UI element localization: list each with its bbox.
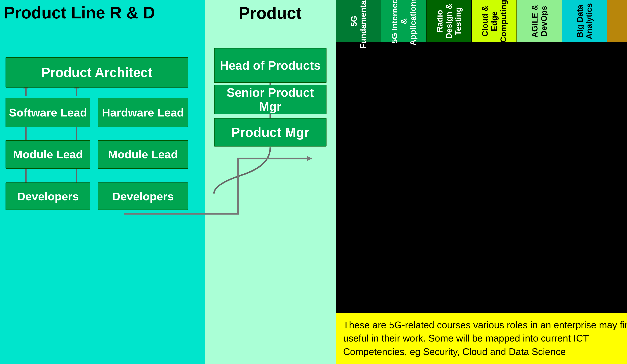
svg-marker-16 <box>307 156 312 161</box>
module-lead-left-box: Module Lead <box>5 140 90 169</box>
main-container: Product Line R & D <box>0 0 627 364</box>
module-lead-right-box: Module Lead <box>98 140 188 169</box>
col-header-bigdata: Big Data Analytics <box>562 0 607 42</box>
note-box: These are 5G-related courses various rol… <box>336 313 627 364</box>
product-title: Product <box>209 4 332 23</box>
headers-row: 5G Fundamentals 5G Interned & Applicatio… <box>336 0 627 42</box>
product-line-section: Product Line R & D <box>0 0 205 364</box>
right-section: 5G Fundamentals 5G Interned & Applicatio… <box>336 0 627 364</box>
col-header-5g-internet: 5G Interned & Applications <box>381 0 426 42</box>
developers-right-box: Developers <box>98 182 188 210</box>
product-mgr-box: Product Mgr <box>214 118 326 146</box>
product-section: Product Head of Products Senior Product … <box>205 0 336 364</box>
hardware-lead-box: Hardware Lead <box>98 98 188 127</box>
col-header-agile: AGILE & DevOps <box>517 0 562 42</box>
content-area: These are 5G-related courses various rol… <box>336 42 627 364</box>
col-header-5g-fund: 5G Fundamentals <box>336 0 381 42</box>
product-architect-box: Product Architect <box>5 57 188 88</box>
col-header-radio: Radio Design & Testing <box>426 0 471 42</box>
col-header-cloud: Cloud & Edge Computing <box>471 0 517 42</box>
developers-left-box: Developers <box>5 182 90 210</box>
head-of-products-box: Head of Products <box>214 48 326 83</box>
empty-grid-area <box>336 42 627 313</box>
col-header-cyber: CyberSecurity <box>607 0 627 42</box>
product-line-title: Product Line R & D <box>4 4 201 22</box>
senior-product-mgr-box: Senior Product Mgr <box>214 85 326 114</box>
software-lead-box: Software Lead <box>5 98 90 127</box>
